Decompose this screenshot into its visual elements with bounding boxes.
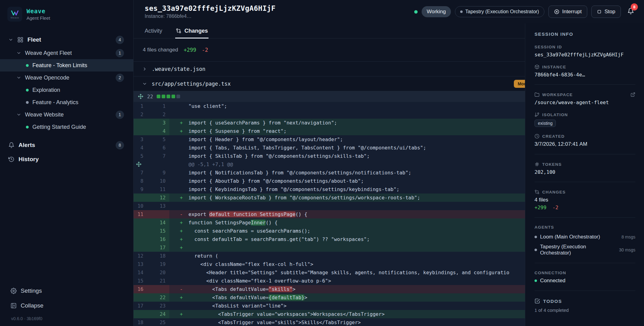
stop-button[interactable]: Stop bbox=[591, 6, 621, 18]
new-line-number bbox=[147, 210, 169, 218]
sidebar-item[interactable]: Weave Opencode2 bbox=[0, 71, 133, 84]
notification-count-badge: 8 bbox=[631, 3, 638, 10]
session-info-panel: SESSION INFO SESSION ID ses_33a97e02fffe… bbox=[525, 23, 644, 326]
session-instance: Instance: 7866bfe4… bbox=[145, 14, 275, 19]
new-line-number: 22 bbox=[147, 293, 169, 302]
new-line-number: 1 bbox=[147, 102, 169, 110]
status-dot bbox=[26, 89, 29, 92]
file-name: src/app/settings/page.tsx bbox=[152, 81, 231, 87]
changes-files-value: 4 files bbox=[535, 197, 635, 203]
diff-stat-square bbox=[162, 95, 165, 98]
new-line-number: 17 bbox=[147, 243, 169, 252]
old-line-number bbox=[134, 218, 147, 227]
diff-line-add: 22+ <Tabs defaultValue={defaultTab}> bbox=[134, 293, 525, 302]
new-line-number: 7 bbox=[147, 152, 169, 160]
move-icon[interactable] bbox=[136, 161, 142, 167]
code-line: <div className="flex flex-col h-full"> bbox=[188, 260, 525, 268]
changes-summary: 4 files changed +299 -2 bbox=[134, 39, 525, 61]
diff-line-ctx: 911import { KeybindingsTab } from "@/com… bbox=[134, 185, 525, 194]
file-row-collapsed[interactable]: .weave/state.json bbox=[134, 61, 525, 76]
workspace-value: /source/weave-agent-fleet bbox=[535, 100, 635, 105]
version-text: v0.6.0 · 3b169f0 bbox=[0, 313, 133, 326]
instance-value: 7866bfe4-6836-4e… bbox=[535, 72, 635, 78]
move-icon[interactable] bbox=[138, 94, 143, 99]
sidebar-item-label: Weave Website bbox=[25, 112, 64, 118]
diff-line-add: 15+ const searchParams = useSearchParams… bbox=[134, 227, 525, 235]
count-badge: 2 bbox=[116, 74, 124, 82]
folder-icon bbox=[535, 92, 539, 97]
status-badge: Working bbox=[422, 6, 451, 17]
field-label: SESSION ID bbox=[535, 45, 562, 49]
code-line: import { Header } from "@/components/lay… bbox=[188, 135, 525, 144]
old-line-number bbox=[134, 227, 147, 235]
chevron-right-icon bbox=[142, 67, 147, 71]
code-line: <div className="flex-1 overflow-auto p-6… bbox=[188, 277, 525, 285]
fleet-label: Fleet bbox=[27, 36, 41, 43]
sidebar-item[interactable]: Getting Started Guide bbox=[0, 121, 133, 133]
diff-stat-bar: 22 bbox=[134, 91, 525, 102]
new-line-number: 13 bbox=[147, 202, 169, 210]
file-row-expanded[interactable]: src/app/settings/page.tsx Modified bbox=[134, 76, 525, 91]
weave-logo-mark bbox=[10, 10, 19, 16]
old-line-number bbox=[134, 194, 147, 202]
interrupt-icon bbox=[554, 9, 559, 14]
sidebar-item-fleet[interactable]: Fleet 4 bbox=[0, 33, 133, 47]
chevron-down-icon[interactable] bbox=[16, 75, 21, 80]
old-line-number: 17 bbox=[134, 302, 147, 310]
code-line bbox=[188, 202, 525, 210]
sidebar-item[interactable]: Weave Agent Fleet1 bbox=[0, 47, 133, 59]
diff-line-ctx: 11"use client"; bbox=[134, 102, 525, 110]
field-label: WORKSPACE bbox=[542, 92, 573, 97]
external-link-icon[interactable] bbox=[630, 92, 635, 97]
agent-message-count: 30 msgs bbox=[619, 247, 635, 252]
code-line: <Tabs defaultValue={defaultTab}> bbox=[188, 293, 525, 302]
new-line-number: 9 bbox=[147, 169, 169, 177]
diff-line-ctx: 1521 <div className="flex-1 overflow-aut… bbox=[134, 277, 525, 285]
old-line-number bbox=[134, 293, 147, 302]
app-window: Weave Weave Agent Fleet Fleet 4 Weave Ag… bbox=[0, 0, 644, 326]
sidebar-item[interactable]: Exploration bbox=[0, 84, 133, 96]
code-line: <Header title="Settings" subtitle="Manag… bbox=[188, 268, 525, 277]
diff-line-ctx: 1319 <div className="flex flex-col h-ful… bbox=[134, 260, 525, 268]
working-status-dot bbox=[414, 10, 418, 14]
file-status-badge: Modified bbox=[514, 80, 525, 88]
code-line: import { Suspense } from "react"; bbox=[188, 127, 525, 135]
field-tokens: TOKENS 202,100 bbox=[535, 162, 635, 175]
old-line-number: 14 bbox=[134, 268, 147, 277]
tab-activity[interactable]: Activity bbox=[145, 23, 162, 38]
sidebar-nav: Fleet 4 Weave Agent Fleet1Feature - Toke… bbox=[0, 33, 133, 166]
new-line-number: 14 bbox=[147, 218, 169, 227]
sidebar-item-history[interactable]: History bbox=[0, 152, 133, 166]
chevron-down-icon[interactable] bbox=[16, 112, 21, 117]
code-line: "use client"; bbox=[188, 102, 525, 110]
sidebar-item-settings[interactable]: Settings bbox=[0, 283, 133, 298]
sidebar-spacer bbox=[0, 166, 133, 283]
count-badge: 4 bbox=[116, 36, 124, 44]
agent-row: Tapestry (Execution Orchestrator) 30 msg… bbox=[535, 244, 635, 256]
old-line-number: 8 bbox=[134, 177, 147, 185]
tokens-value: 202,100 bbox=[535, 169, 635, 175]
session-header-controls: Working Tapestry (Execution Orchestrator… bbox=[414, 6, 635, 18]
sidebar-item[interactable]: Feature - Token Limits bbox=[0, 59, 133, 71]
session-id-value: ses_33a97e02fffejLjzKZVgA6HIjF bbox=[535, 52, 635, 58]
old-line-number: 5 bbox=[134, 152, 147, 160]
new-line-number: 11 bbox=[147, 185, 169, 194]
active-agent-badge: Tapestry (Execution Orchestrator) bbox=[455, 6, 544, 17]
sidebar-item-alerts[interactable]: Alerts 8 bbox=[0, 138, 133, 152]
interrupt-button[interactable]: Interrupt bbox=[548, 6, 587, 18]
alerts-label: Alerts bbox=[19, 142, 35, 149]
notifications-bell[interactable]: 8 bbox=[627, 8, 635, 16]
new-line-number: 5 bbox=[147, 135, 169, 144]
sidebar-item-label: Feature - Token Limits bbox=[32, 62, 87, 69]
chevron-down-icon[interactable] bbox=[16, 51, 21, 55]
tab-changes[interactable]: Changes bbox=[176, 23, 208, 38]
old-line-number: 10 bbox=[134, 202, 147, 210]
old-line-number: 7 bbox=[134, 169, 147, 177]
sidebar-item[interactable]: Weave Website1 bbox=[0, 108, 133, 121]
sidebar-item[interactable]: Feature - Analytics bbox=[0, 96, 133, 108]
field-label: CREATED bbox=[542, 134, 565, 139]
code-line bbox=[188, 110, 525, 119]
sidebar-item-collapse[interactable]: Collapse bbox=[0, 298, 133, 313]
new-line-number: 16 bbox=[147, 235, 169, 243]
brand: Weave Weave Agent Fleet bbox=[0, 0, 133, 25]
